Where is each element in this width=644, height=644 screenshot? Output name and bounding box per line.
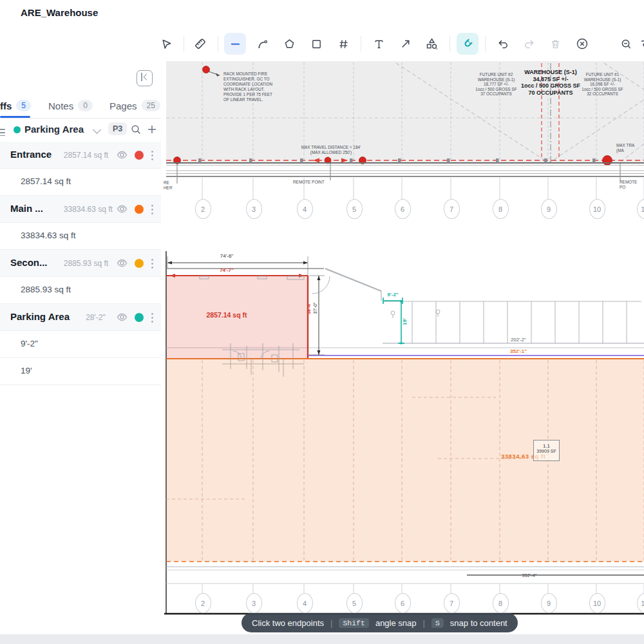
takeoff-color-dot[interactable] — [135, 205, 144, 214]
measurement-value: 9'-2" — [21, 339, 38, 348]
text-tool[interactable] — [368, 33, 390, 55]
list-icon — [0, 127, 5, 138]
text-icon — [373, 38, 385, 50]
chevron-down-icon — [93, 126, 101, 134]
close-circle-icon — [576, 37, 589, 50]
redo-icon — [523, 38, 535, 50]
remote-point-right-clipped: REMOTE PO — [620, 180, 644, 190]
takeoff-measurement-row[interactable]: 33834.63 sq ft — [0, 223, 161, 250]
toolbar-separator — [361, 36, 361, 52]
grid-bubble: 10 — [589, 199, 605, 219]
kebab-menu-icon[interactable] — [151, 204, 154, 215]
tool-hint-toast: Click two endpoints | Shift angle snap |… — [242, 613, 518, 632]
dim-352-1: 352'-1" — [493, 348, 544, 354]
hash-grid-tool[interactable] — [332, 33, 354, 55]
takeoff-color-dot[interactable] — [135, 313, 144, 322]
redo-button[interactable] — [518, 33, 540, 55]
toolbar-separator — [450, 36, 450, 52]
delete-button[interactable] — [544, 33, 566, 55]
visibility-eye-icon[interactable] — [117, 150, 128, 160]
ruler-tool[interactable] — [189, 33, 211, 55]
takeoff-color-dot[interactable] — [135, 259, 144, 268]
takeoff-color-dot[interactable] — [135, 151, 144, 160]
page-badge[interactable]: P3 — [108, 122, 127, 135]
tab-label: ffs — [0, 100, 12, 111]
arrow-tool[interactable] — [394, 33, 416, 55]
toolbar — [0, 27, 644, 62]
dim-9-2: 9'-2" — [380, 292, 406, 298]
layer-selector-row[interactable]: Parking Area P3 — [0, 118, 161, 142]
takeoff-name: Entrance — [10, 149, 52, 160]
grid-bubble: 3 — [246, 199, 262, 219]
drawing-canvas[interactable]: RACK MOUNTED FIRE EXTINGUISHER. GC TO CO… — [161, 61, 644, 644]
measurement-value: 19' — [21, 366, 32, 375]
undo-icon — [497, 38, 509, 50]
sidebar-tabs: ffs 5 Notes 0 Pages 25 — [0, 93, 161, 118]
kebab-menu-icon[interactable] — [151, 150, 154, 161]
add-button[interactable] — [147, 124, 157, 135]
panel-collapse-button[interactable] — [137, 70, 153, 86]
arrow-icon — [399, 38, 412, 50]
takeoff-name: Main ... — [10, 203, 43, 214]
tab-pages[interactable]: Pages 25 — [109, 96, 160, 115]
takeoff-name: Secon... — [10, 257, 48, 268]
dim-37-0: 37'-0" — [313, 296, 317, 321]
takeoff-measurement-row[interactable]: 2885.93 sq ft — [0, 277, 161, 304]
search-icon[interactable] — [131, 124, 142, 135]
takeoff-measurement-row[interactable]: 9'-2" — [0, 331, 161, 358]
takeoff-item-row[interactable]: Secon... 2885.93 sq ft — [0, 250, 161, 277]
kebab-menu-icon[interactable] — [151, 312, 154, 323]
tab-count-badge: 25 — [142, 100, 160, 111]
collapse-icon — [141, 73, 142, 81]
visibility-eye-icon[interactable] — [117, 204, 128, 214]
tab-notes[interactable]: Notes 0 — [48, 96, 93, 115]
max-travel-right-clipped: MAX TRA (MA — [616, 143, 644, 153]
takeoff-measurement-row[interactable]: 19' — [0, 358, 161, 385]
clipped-left-text: RE HER — [164, 180, 173, 191]
dim-74-6: 74'-6" — [201, 253, 252, 259]
select-cursor-tool[interactable] — [155, 33, 177, 55]
line-icon — [229, 38, 242, 50]
zoom-out-button[interactable] — [615, 33, 637, 55]
magnet-snap-tool[interactable] — [457, 33, 478, 55]
polygon-tool[interactable] — [278, 33, 300, 55]
trash-icon — [549, 38, 562, 50]
takeoff-item-row[interactable]: Parking Area 28'-2" — [0, 304, 161, 331]
cancel-button[interactable] — [571, 33, 593, 55]
takeoff-value: 2857.14 sq ft — [64, 151, 108, 160]
sidebar: ffs 5 Notes 0 Pages 25 Parking Area P3 E… — [0, 61, 162, 634]
rectangle-tool[interactable] — [305, 33, 327, 55]
hash-icon — [337, 38, 350, 50]
takeoff-value: 2885.93 sq ft — [64, 259, 108, 268]
unit-tag-id: 1.1 — [534, 443, 559, 449]
layer-color-dot — [14, 126, 21, 133]
document-title: ARE_Warehouse — [21, 7, 98, 18]
zoom-out-icon — [620, 38, 632, 50]
grid-bubble: 4 — [297, 199, 313, 219]
grid-bubble: 8 — [493, 593, 509, 613]
visibility-eye-icon[interactable] — [117, 312, 128, 322]
curve-tool[interactable] — [251, 33, 273, 55]
tab-takeoffs[interactable]: ffs 5 — [0, 96, 31, 115]
takeoff-measurement-row[interactable]: 2857.14 sq ft — [0, 169, 161, 196]
line-tool-selected[interactable] — [224, 33, 246, 55]
bottom-strip — [0, 634, 644, 644]
toast-hint: Click two endpoints — [252, 618, 324, 628]
kebab-menu-icon[interactable] — [151, 258, 154, 269]
dim-352-4: 352'-4" — [504, 573, 555, 578]
visibility-eye-icon[interactable] — [117, 258, 128, 268]
grid-bubble: 9 — [541, 593, 557, 613]
grid-bubble: 8 — [493, 199, 509, 219]
takeoff-item-row[interactable]: Main ... 33834.63 sq ft — [0, 196, 161, 223]
grid-bubble: 5 — [346, 593, 363, 613]
red-area-sqft-label: 2857.14 sq ft — [194, 311, 259, 319]
shapes-icon — [425, 37, 438, 50]
shapes-tool[interactable] — [421, 33, 442, 55]
measurement-value: 33834.63 sq ft — [21, 231, 76, 240]
app-header: ARE_Warehouse — [0, 0, 644, 28]
undo-button[interactable] — [492, 33, 514, 55]
takeoff-item-row[interactable]: Entrance 2857.14 sq ft — [0, 142, 161, 169]
measurement-value: 2885.93 sq ft — [21, 285, 71, 294]
future-unit-1-label: FUTURE UNIT #1 WAREHOUSE (S-1) 16,098 SF… — [565, 72, 639, 97]
tab-label: Pages — [109, 100, 137, 111]
